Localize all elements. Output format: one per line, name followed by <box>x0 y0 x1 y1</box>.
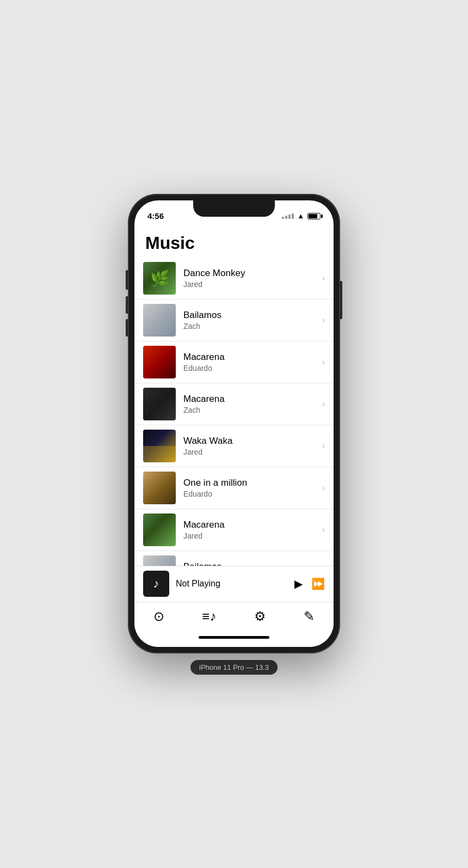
page-title: Music <box>134 224 334 258</box>
list-item[interactable]: One in a millionEduardo› <box>134 467 334 509</box>
tab-compose[interactable]: ✎ <box>295 607 323 626</box>
chevron-right-icon: › <box>322 273 325 283</box>
tab-profile[interactable]: ⊙ <box>145 607 173 626</box>
status-time: 4:56 <box>147 211 164 221</box>
list-item[interactable]: MacarenaZach› <box>134 383 334 425</box>
album-art <box>143 262 176 295</box>
device-label: iPhone 11 Pro — 13.3 <box>190 660 278 675</box>
tab-playlist[interactable]: ≡♪ <box>193 607 225 626</box>
compose-icon: ✎ <box>304 609 315 624</box>
phone-screen: 4:56 ▲ Music Dance MonkeyJared›BailamosZ… <box>134 200 334 647</box>
song-title: Macarena <box>183 352 322 363</box>
list-item[interactable]: BailamosDuane› <box>134 551 334 566</box>
song-title: Dance Monkey <box>183 268 322 279</box>
now-playing-bar[interactable]: ♪ Not Playing ▶ ⏩ <box>134 566 334 602</box>
list-item[interactable]: MacarenaJared› <box>134 509 334 551</box>
song-info: BailamosZach <box>183 310 322 331</box>
song-artist: Eduardo <box>183 364 322 372</box>
status-icons: ▲ <box>282 212 321 220</box>
volume-up-button[interactable] <box>126 296 128 314</box>
song-artist: Jared <box>183 448 322 456</box>
chevron-right-icon: › <box>322 357 325 367</box>
album-art <box>143 514 176 546</box>
list-item[interactable]: Waka WakaJared› <box>134 425 334 467</box>
chevron-right-icon: › <box>322 399 325 409</box>
album-art <box>143 304 176 337</box>
gear-icon: ⚙ <box>254 609 266 624</box>
wifi-icon: ▲ <box>297 212 304 220</box>
skip-button[interactable]: ⏩ <box>311 577 325 590</box>
now-playing-art: ♪ <box>143 571 169 597</box>
notch <box>193 200 275 217</box>
song-title: Waka Waka <box>183 436 322 447</box>
song-title: One in a million <box>183 478 322 488</box>
song-info: Dance MonkeyJared <box>183 268 322 289</box>
tab-bar: ⊙ ≡♪ ⚙ ✎ <box>134 602 334 628</box>
chevron-right-icon: › <box>322 315 325 325</box>
album-art <box>143 555 176 566</box>
profile-icon: ⊙ <box>153 609 164 624</box>
song-artist: Zach <box>183 406 322 414</box>
album-art <box>143 388 176 420</box>
battery-icon <box>307 213 321 219</box>
playlist-icon: ≡♪ <box>202 609 216 624</box>
song-info: MacarenaEduardo <box>183 352 322 372</box>
song-info: One in a millionEduardo <box>183 478 322 498</box>
song-title: Bailamos <box>183 561 322 566</box>
song-title: Bailamos <box>183 310 322 321</box>
song-artist: Zach <box>183 322 322 331</box>
album-art <box>143 346 176 378</box>
song-info: BailamosDuane <box>183 561 322 566</box>
now-playing-label: Not Playing <box>176 579 294 589</box>
song-artist: Eduardo <box>183 490 322 498</box>
home-indicator-bar <box>199 636 269 639</box>
song-info: Waka WakaJared <box>183 436 322 456</box>
music-note-icon: ♪ <box>153 577 159 591</box>
signal-icon <box>282 213 294 219</box>
volume-down-button[interactable] <box>126 319 128 337</box>
album-art <box>143 430 176 462</box>
song-artist: Jared <box>183 280 322 289</box>
song-title: Macarena <box>183 519 322 530</box>
song-info: MacarenaZach <box>183 394 322 414</box>
home-indicator <box>134 628 334 647</box>
list-item[interactable]: BailamosZach› <box>134 299 334 341</box>
tab-settings[interactable]: ⚙ <box>245 607 275 626</box>
chevron-right-icon: › <box>322 525 325 535</box>
song-title: Macarena <box>183 394 322 405</box>
song-list[interactable]: Dance MonkeyJared›BailamosZach›MacarenaE… <box>134 258 334 566</box>
list-item[interactable]: MacarenaEduardo› <box>134 341 334 383</box>
chevron-right-icon: › <box>322 483 325 493</box>
song-info: MacarenaJared <box>183 519 322 540</box>
album-art <box>143 472 176 504</box>
list-item[interactable]: Dance MonkeyJared› <box>134 258 334 299</box>
player-controls: ▶ ⏩ <box>294 577 325 590</box>
play-button[interactable]: ▶ <box>294 577 303 590</box>
phone-device: 4:56 ▲ Music Dance MonkeyJared›BailamosZ… <box>128 194 340 653</box>
main-content: Music Dance MonkeyJared›BailamosZach›Mac… <box>134 224 334 566</box>
song-artist: Jared <box>183 531 322 540</box>
chevron-right-icon: › <box>322 441 325 451</box>
